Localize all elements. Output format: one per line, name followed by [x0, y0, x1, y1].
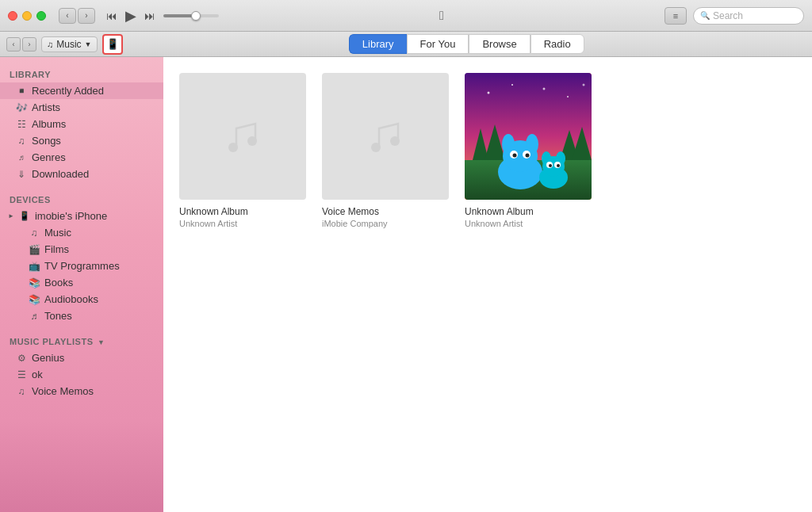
album-art-svg	[465, 73, 592, 200]
music-note-icon-2	[362, 113, 409, 160]
voice-memos-icon: ♫	[16, 386, 27, 397]
device-icon: 📱	[19, 211, 30, 221]
tv-icon: 📺	[29, 261, 40, 272]
sidebar-item-device-tv[interactable]: 📺 TV Programmes	[0, 258, 163, 274]
minimize-button[interactable]	[22, 11, 32, 21]
album-art-1	[179, 73, 306, 200]
phone-icon: 📱	[106, 38, 119, 50]
device-button[interactable]: 📱	[102, 34, 123, 55]
sidebar-item-genius[interactable]: ⚙ Genius	[0, 350, 163, 366]
downloaded-label: Downloaded	[32, 168, 89, 180]
svg-point-2	[371, 143, 381, 152]
svg-point-26	[488, 92, 490, 94]
traffic-lights	[8, 11, 46, 21]
tones-icon: ♬	[29, 311, 40, 322]
music-note-icon-1	[219, 113, 266, 160]
albums-icon: ☷	[16, 119, 27, 130]
playlists-label: Music Playlists	[10, 337, 94, 346]
sidebar: Library ◾ Recently Added 🎶 Artists ☷ Alb…	[0, 57, 163, 512]
svg-point-1	[247, 136, 257, 146]
search-box[interactable]: 🔍 Search	[693, 7, 804, 25]
album-title-3: Unknown Album	[465, 206, 592, 217]
sidebar-item-device[interactable]: ► 📱 imobie's iPhone	[0, 208, 163, 224]
close-button[interactable]	[8, 11, 17, 21]
films-icon: 🎬	[29, 244, 40, 255]
disclosure-icon: ►	[8, 212, 14, 220]
maximize-button[interactable]	[36, 11, 46, 21]
back-button[interactable]: ‹	[59, 8, 76, 24]
sidebar-item-artists[interactable]: 🎶 Artists	[0, 99, 163, 116]
playlists-chevron-icon: ▼	[98, 338, 105, 346]
album-card-2[interactable]: Voice Memos iMobie Company	[322, 73, 449, 228]
album-title-1: Unknown Album	[179, 206, 306, 217]
album-art-image-3	[465, 73, 592, 200]
playlists-section-header: Music Playlists ▼	[0, 331, 163, 350]
sidebar-item-device-music[interactable]: ♫ Music	[0, 224, 163, 241]
sidebar-item-genres[interactable]: ♬ Genres	[0, 149, 163, 166]
controls-right: ≡ 🔍 Search	[665, 7, 804, 25]
sidebar-item-device-books[interactable]: 📚 Books	[0, 274, 163, 291]
tv-label: TV Programmes	[44, 260, 120, 272]
title-bar: ‹ › ⏮ ▶ ⏭  ≡ 🔍 Search	[0, 0, 812, 32]
album-card-1[interactable]: Unknown Album Unknown Artist	[179, 73, 306, 228]
sidebar-item-device-audiobooks[interactable]: 📚 Audiobooks	[0, 291, 163, 308]
albums-grid: Unknown Album Unknown Artist Voice Memos…	[179, 73, 796, 228]
films-label: Films	[44, 243, 69, 255]
sidebar-item-albums[interactable]: ☷ Albums	[0, 116, 163, 132]
sidebar-item-device-films[interactable]: 🎬 Films	[0, 241, 163, 258]
album-artist-2: iMobie Company	[322, 219, 449, 228]
rewind-button[interactable]: ⏮	[105, 8, 119, 24]
sidebar-item-songs[interactable]: ♫ Songs	[0, 132, 163, 149]
tab-for-you[interactable]: For You	[407, 34, 469, 54]
sidebar-item-voice-memos[interactable]: ♫ Voice Memos	[0, 383, 163, 399]
sidebar-item-downloaded[interactable]: ⇓ Downloaded	[0, 166, 163, 182]
source-back-button[interactable]: ‹	[6, 37, 21, 52]
title-bar-center: 	[225, 9, 658, 23]
forward-button[interactable]: ›	[78, 8, 95, 24]
search-placeholder: Search	[713, 10, 743, 21]
sidebar-item-recently-added[interactable]: ◾ Recently Added	[0, 82, 163, 99]
source-label: Music	[56, 39, 81, 50]
books-icon: 📚	[29, 277, 40, 288]
svg-point-27	[511, 84, 513, 86]
fast-forward-button[interactable]: ⏭	[143, 8, 157, 24]
music-note-icon: ♫	[47, 40, 53, 49]
devices-section-header: Devices	[0, 189, 163, 208]
svg-point-25	[557, 164, 560, 167]
main-area: Library ◾ Recently Added 🎶 Artists ☷ Alb…	[0, 57, 812, 512]
device-name-label: imobie's iPhone	[35, 210, 107, 222]
svg-point-16	[513, 154, 517, 158]
svg-point-24	[549, 164, 552, 167]
album-artist-1: Unknown Artist	[179, 219, 306, 228]
svg-point-0	[228, 143, 238, 152]
albums-label: Albums	[32, 118, 66, 130]
audiobooks-label: Audiobooks	[44, 293, 98, 305]
source-forward-button[interactable]: ›	[22, 37, 36, 52]
genres-icon: ♬	[16, 153, 27, 162]
ok-label: ok	[32, 369, 43, 380]
tab-bar: Library For You Browse Radio	[128, 34, 806, 54]
album-artist-3: Unknown Artist	[465, 219, 592, 228]
source-selector[interactable]: ♫ Music ▼	[41, 36, 98, 52]
list-view-button[interactable]: ≡	[665, 7, 687, 25]
recently-added-icon: ◾	[16, 86, 27, 95]
source-nav: ‹ ›	[6, 37, 36, 52]
downloaded-icon: ⇓	[16, 169, 27, 180]
search-icon: 🔍	[700, 11, 710, 20]
album-card-3[interactable]: Unknown Album Unknown Artist	[465, 73, 592, 228]
svg-point-29	[567, 96, 569, 97]
recently-added-label: Recently Added	[32, 85, 104, 97]
svg-point-17	[526, 154, 530, 158]
sidebar-item-ok[interactable]: ☰ ok	[0, 366, 163, 383]
svg-point-28	[543, 88, 546, 90]
artists-label: Artists	[32, 101, 60, 113]
tab-library[interactable]: Library	[349, 34, 407, 54]
volume-slider[interactable]	[163, 14, 219, 17]
source-bar: ‹ › ♫ Music ▼ 📱 Library For You Browse R…	[0, 32, 812, 57]
tab-radio[interactable]: Radio	[530, 34, 584, 54]
sidebar-item-device-tones[interactable]: ♬ Tones	[0, 308, 163, 324]
tab-browse[interactable]: Browse	[469, 34, 530, 54]
artists-icon: 🎶	[16, 102, 27, 113]
audiobooks-icon: 📚	[29, 294, 40, 305]
play-pause-button[interactable]: ▶	[124, 6, 138, 26]
